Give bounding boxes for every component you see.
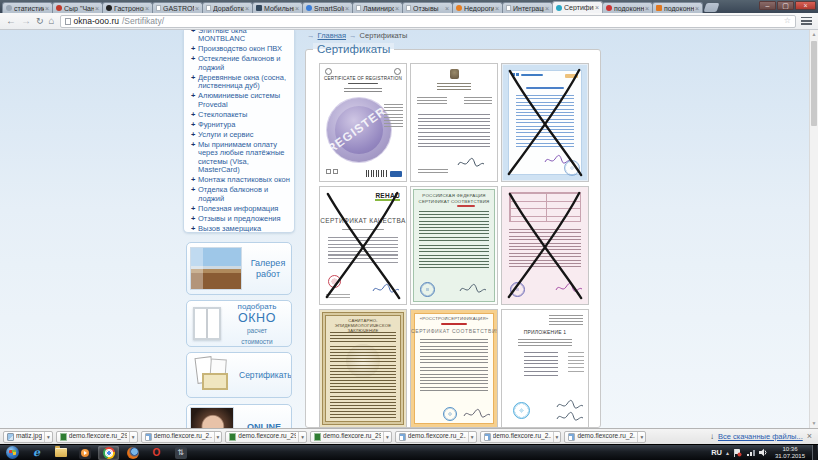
sidebar-menu-item[interactable]: +Отделка балконов и лоджий	[191, 186, 290, 203]
address-bar[interactable]: okna-ooo.ru/Sertifikaty/ ☆	[60, 15, 796, 28]
taskbar-app-firefox[interactable]	[122, 446, 143, 460]
taskbar-app-ie[interactable]: e	[26, 446, 47, 460]
sidebar-menu-item[interactable]: +Монтаж пластиковых окон	[191, 176, 290, 185]
tab-close-icon[interactable]: ×	[495, 5, 499, 12]
sidebar-menu-item[interactable]: +Деревянные окна (сосна, лиственница дуб…	[191, 74, 290, 91]
tab-close-icon[interactable]: ×	[95, 5, 99, 12]
download-caret-icon[interactable]: ▾	[129, 432, 137, 442]
sidebar-menu-item[interactable]: +Фурнитура	[191, 121, 290, 130]
download-caret-icon[interactable]: ▾	[468, 432, 476, 442]
scroll-down-icon[interactable]: ▼	[810, 419, 818, 428]
browser-tab[interactable]: Гастрономи×	[102, 2, 153, 13]
sidebar-menu-item[interactable]: +Остекление балконов и лоджий	[191, 55, 290, 72]
certificate-thumbnail[interactable]: ПРИЛОЖЕНИЕ 1	[501, 309, 589, 428]
hidden-icons-arrow[interactable]: ▴	[726, 449, 729, 456]
download-item[interactable]: demo.flexcore.ru_2....html▾	[564, 431, 646, 443]
sidebar-menu-item[interactable]: +Мы принимаем оплату через любые платёжн…	[191, 141, 290, 175]
tab-close-icon[interactable]: ×	[645, 5, 649, 12]
forward-button-icon[interactable]: →	[21, 16, 31, 26]
page-scrollbar[interactable]: ▲ ▼	[809, 30, 818, 428]
download-item[interactable]: demo.flexcore.ru_2....html▾	[480, 431, 562, 443]
sidebar-menu-item[interactable]: +Вызов замерщика	[191, 225, 290, 234]
bookmark-star-icon[interactable]: ☆	[784, 17, 791, 25]
download-caret-icon[interactable]: ▾	[44, 432, 52, 442]
scroll-up-icon[interactable]: ▲	[810, 30, 818, 39]
window-maximize-button[interactable]: ▢	[777, 1, 794, 10]
taskbar-app-opera[interactable]: O	[146, 446, 167, 460]
certificate-thumbnail[interactable]: CERTIFICATE OF REGISTRATION REGISTER	[319, 63, 407, 182]
downloads-bar-close-icon[interactable]: ×	[807, 432, 812, 441]
download-item[interactable]: matiz.jpg▾	[3, 431, 53, 443]
taskbar-app-chrome[interactable]	[98, 446, 119, 460]
browser-tab[interactable]: Доработки×	[202, 2, 253, 13]
certificate-thumbnail[interactable]	[501, 63, 589, 182]
browser-tab[interactable]: подоконни×	[602, 2, 653, 13]
browser-tab[interactable]: SmartSoluti×	[302, 2, 353, 13]
download-item[interactable]: demo.flexcore.ru_29....csv▾	[310, 431, 392, 443]
download-caret-icon[interactable]: ▾	[637, 432, 645, 442]
download-caret-icon[interactable]: ▾	[298, 432, 306, 442]
taskbar-app-player[interactable]	[74, 446, 95, 460]
new-tab-button[interactable]	[704, 3, 720, 12]
taskbar-app-updown[interactable]: ⇅	[170, 446, 191, 460]
taskbar-clock[interactable]: 10:36 31.07.2015	[772, 446, 808, 460]
tab-close-icon[interactable]: ×	[395, 5, 399, 12]
scrollbar-thumb[interactable]	[811, 41, 817, 126]
browser-tab[interactable]: Ламиниро×	[352, 2, 403, 13]
tab-close-icon[interactable]: ×	[595, 4, 599, 11]
download-item[interactable]: demo.flexcore.ru_29....csv▾	[56, 431, 138, 443]
online-consultant-widget[interactable]: ONLINE	[186, 404, 292, 428]
window-minimize-button[interactable]: –	[759, 1, 776, 10]
certificate-thumbnail[interactable]: REHAU СЕРТИФИКАТ КАЧЕСТВА	[319, 186, 407, 305]
certificate-thumbnail[interactable]: РОССИЙСКАЯ ФЕДЕРАЦИЯ СЕРТИФИКАТ СООТВЕТС…	[410, 186, 498, 305]
show-desktop-button[interactable]	[812, 445, 817, 460]
certificate-thumbnail[interactable]: «РОССТРОЙСЕРТИФИКАЦИЯ» СЕРТИФИКАТ СООТВЕ…	[410, 309, 498, 428]
download-caret-icon[interactable]: ▾	[214, 432, 222, 442]
tab-close-icon[interactable]: ×	[295, 5, 299, 12]
taskbar-app-explorer[interactable]	[50, 446, 71, 460]
browser-tab[interactable]: Мобильный×	[252, 2, 303, 13]
home-button-icon[interactable]: ⌂	[49, 16, 55, 26]
tab-close-icon[interactable]: ×	[445, 5, 449, 12]
download-item[interactable]: demo.flexcore.ru_2....html▾	[141, 431, 223, 443]
breadcrumb-home-link[interactable]: Главная	[318, 32, 347, 40]
gallery-widget[interactable]: Галерея работ	[186, 242, 292, 295]
sidebar-menu-item[interactable]: +Стеклопакеты	[191, 111, 290, 120]
sidebar-menu-item[interactable]: +Услуги и сервис	[191, 131, 290, 140]
sidebar-menu-item[interactable]: +Отзывы и предложения	[191, 215, 290, 224]
language-indicator[interactable]: RU	[711, 448, 722, 457]
action-center-flag-icon[interactable]	[733, 448, 742, 457]
window-calculator-widget[interactable]: подобрать ОКНО расчет стоимости	[186, 300, 292, 347]
browser-tab[interactable]: статистика×	[2, 2, 53, 13]
tab-close-icon[interactable]: ×	[695, 5, 699, 12]
sidebar-menu-item[interactable]: +Элитные окна MONTBLANC	[191, 30, 290, 44]
browser-tab[interactable]: GASTRONOM×	[152, 2, 203, 13]
certificate-thumbnail[interactable]	[410, 63, 498, 182]
browser-tab[interactable]: Отзывы×	[402, 2, 453, 13]
speaker-icon[interactable]	[759, 448, 768, 457]
refresh-button-icon[interactable]: ↻	[36, 17, 44, 26]
tab-close-icon[interactable]: ×	[245, 5, 249, 12]
browser-tab[interactable]: Недорогие×	[452, 2, 503, 13]
certificate-thumbnail[interactable]: САНИТАРНО-ЭПИДЕМИОЛОГИЧЕСКОЕ ЗАКЛЮЧЕНИЕ	[319, 309, 407, 428]
tab-close-icon[interactable]: ×	[545, 5, 549, 12]
sidebar-menu-item[interactable]: +Полезная информация	[191, 205, 290, 214]
tab-close-icon[interactable]: ×	[45, 5, 49, 12]
download-item[interactable]: demo.flexcore.ru_2....html▾	[395, 431, 477, 443]
sidebar-menu-item[interactable]: +Производство окон ПВХ	[191, 45, 290, 54]
browser-tab[interactable]: Сыр "Чанах"×	[52, 2, 103, 13]
network-icon[interactable]	[746, 448, 755, 457]
download-item[interactable]: demo.flexcore.ru_29....csv▾	[225, 431, 307, 443]
browser-tab[interactable]: подоконни×	[652, 2, 703, 13]
browser-tab[interactable]: Интеграции×	[502, 2, 553, 13]
show-all-downloads-link[interactable]: Все скачанные файлы...	[718, 433, 803, 441]
download-caret-icon[interactable]: ▾	[553, 432, 561, 442]
window-close-button[interactable]: ×	[795, 1, 816, 10]
tab-close-icon[interactable]: ×	[345, 5, 349, 12]
sidebar-menu-item[interactable]: +Алюминиевые системы Provedal	[191, 92, 290, 109]
back-button-icon[interactable]: ←	[6, 16, 16, 26]
chrome-menu-icon[interactable]	[801, 17, 812, 25]
taskbar-app-start[interactable]	[2, 446, 23, 460]
browser-tab[interactable]: Сертифика×	[552, 1, 603, 13]
certificates-widget[interactable]: Сертификаты	[186, 352, 292, 398]
